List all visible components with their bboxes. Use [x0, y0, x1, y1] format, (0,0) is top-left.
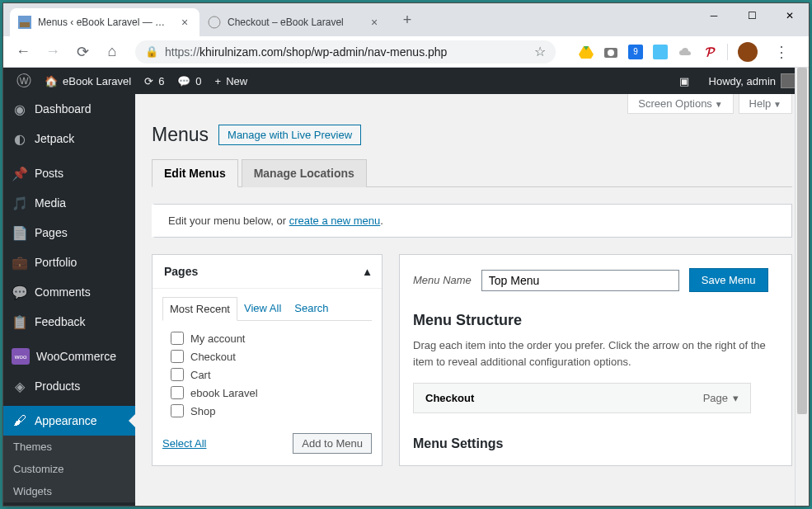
- tab-close-icon[interactable]: ×: [368, 16, 381, 29]
- sidebar-item-posts[interactable]: 📌Posts: [3, 158, 135, 188]
- page-icon: 📄: [12, 224, 28, 241]
- sidebar-item-appearance[interactable]: 🖌Appearance: [3, 406, 135, 436]
- forward-button[interactable]: →: [40, 39, 66, 65]
- comment-icon: 💬: [12, 284, 28, 300]
- list-item[interactable]: Cart: [162, 365, 372, 384]
- menu-item-handle[interactable]: Checkout Page ▾: [413, 383, 751, 413]
- separator: [727, 44, 728, 60]
- sidebar-subitem-widgets[interactable]: Widgets: [3, 480, 135, 502]
- menu-edit-panel: Menu Name Save Menu Menu Structure Drag …: [399, 254, 792, 466]
- wordpress-icon: ⓦ: [16, 71, 31, 91]
- page-checkbox[interactable]: [171, 350, 184, 363]
- chevron-down-icon[interactable]: ▾: [733, 392, 739, 404]
- sidebar-item-comments[interactable]: 💬Comments: [3, 277, 135, 307]
- scrollbar[interactable]: [795, 68, 809, 506]
- menu-settings-title: Menu Settings: [413, 436, 778, 451]
- browser-tab-active[interactable]: Menus ‹ eBook Laravel — WordP ×: [10, 8, 199, 36]
- sidebar-item-media[interactable]: 🎵Media: [3, 188, 135, 218]
- list-item[interactable]: ebook Laravel: [162, 384, 372, 402]
- sidebar-item-woocommerce[interactable]: wooWooCommerce: [3, 342, 135, 371]
- page-checkbox[interactable]: [171, 386, 184, 399]
- menu-item-title: Checkout: [425, 392, 474, 404]
- pin-icon: 📌: [12, 165, 28, 181]
- close-window-button[interactable]: ✕: [771, 3, 809, 28]
- list-item[interactable]: Shop: [162, 402, 372, 420]
- feedback-icon: 📋: [12, 313, 28, 330]
- bookmark-star-icon[interactable]: ☆: [534, 44, 546, 59]
- updates-menu[interactable]: ⟳ 6: [138, 68, 171, 94]
- updates-icon: ⟳: [144, 75, 153, 87]
- new-tab-button[interactable]: +: [396, 8, 419, 31]
- tab-manage-locations[interactable]: Manage Locations: [242, 159, 367, 187]
- tab-close-icon[interactable]: ×: [178, 16, 191, 29]
- browser-window: Menus ‹ eBook Laravel — WordP × Checkout…: [2, 2, 810, 507]
- jetpack-icon: ◐: [12, 130, 28, 147]
- sidebar-item-pages[interactable]: 📄Pages: [3, 218, 135, 247]
- camera-icon[interactable]: [603, 45, 618, 59]
- page-checkbox[interactable]: [171, 404, 184, 417]
- profile-avatar[interactable]: [738, 42, 758, 62]
- list-item[interactable]: My account: [162, 329, 372, 347]
- site-name-menu[interactable]: 🏠 eBook Laravel: [38, 68, 138, 94]
- sidebar-item-feedback[interactable]: 📋Feedback: [3, 307, 135, 337]
- sidebar-item-jetpack[interactable]: ◐Jetpack: [3, 124, 135, 153]
- page-checkbox[interactable]: [171, 368, 184, 381]
- dashboard-icon: ◉: [12, 101, 28, 117]
- notifications-menu[interactable]: ▣: [673, 75, 696, 87]
- wp-content: Screen Options Help Menus Manage with Li…: [135, 94, 809, 506]
- back-button[interactable]: ←: [10, 39, 36, 65]
- tab-search[interactable]: Search: [288, 297, 335, 321]
- manage-live-preview-button[interactable]: Manage with Live Preview: [218, 125, 361, 145]
- maximize-button[interactable]: ☐: [733, 3, 771, 28]
- new-content-menu[interactable]: + New: [209, 68, 255, 94]
- sidebar-item-dashboard[interactable]: ◉Dashboard: [3, 94, 135, 124]
- browser-tab-inactive[interactable]: Checkout – eBook Laravel ×: [199, 8, 389, 36]
- screen-options-button[interactable]: Screen Options: [627, 94, 733, 114]
- ext-icon-blue[interactable]: 9: [628, 45, 643, 59]
- page-checkbox[interactable]: [171, 332, 184, 345]
- browser-titlebar: Menus ‹ eBook Laravel — WordP × Checkout…: [3, 3, 809, 36]
- reload-button[interactable]: ⟳: [69, 39, 96, 65]
- site-name-label: eBook Laravel: [63, 75, 131, 87]
- sidebar-item-portfolio[interactable]: 💼Portfolio: [3, 247, 135, 277]
- extension-icons: 9 𝓟 ⋮: [579, 42, 802, 62]
- sidebar-item-products[interactable]: ◈Products: [3, 371, 135, 401]
- screen-meta-links: Screen Options Help: [152, 94, 792, 114]
- minimize-button[interactable]: ─: [695, 3, 733, 28]
- add-to-menu-button[interactable]: Add to Menu: [293, 433, 372, 454]
- ext-icon-lightblue[interactable]: [653, 45, 668, 59]
- wp-body: ◉Dashboard ◐Jetpack 📌Posts 🎵Media 📄Pages…: [3, 94, 809, 506]
- lock-icon: 🔒: [145, 45, 158, 58]
- tab-most-recent[interactable]: Most Recent: [162, 297, 237, 321]
- products-icon: ◈: [12, 378, 28, 394]
- sidebar-subitem-customize[interactable]: Customize: [3, 458, 135, 480]
- home-button[interactable]: ⌂: [99, 39, 125, 65]
- favicon-icon: [18, 16, 31, 29]
- tab-view-all[interactable]: View All: [237, 297, 288, 321]
- svg-rect-1: [20, 22, 30, 27]
- url-bar[interactable]: 🔒 https://khirulnizam.com/shop/wp-admin/…: [135, 40, 556, 64]
- menu-item-type: Page ▾: [703, 392, 739, 404]
- page-title: Menus: [152, 124, 209, 146]
- pages-metabox: Pages ▴ Most Recent View All Search My a…: [152, 254, 383, 466]
- browser-menu-icon[interactable]: ⋮: [767, 43, 796, 61]
- list-item[interactable]: Checkout: [162, 347, 372, 365]
- my-account-menu[interactable]: Howdy, admin: [702, 73, 802, 88]
- create-new-menu-link[interactable]: create a new menu: [289, 214, 381, 227]
- metabox-header[interactable]: Pages ▴: [153, 255, 382, 289]
- drive-icon[interactable]: [579, 45, 594, 59]
- comments-menu[interactable]: 💬 0: [171, 68, 208, 94]
- browser-tabs: Menus ‹ eBook Laravel — WordP × Checkout…: [10, 8, 695, 36]
- wp-logo-menu[interactable]: ⓦ: [10, 68, 38, 94]
- tab-edit-menus[interactable]: Edit Menus: [152, 159, 238, 187]
- scrollbar-thumb[interactable]: [797, 68, 807, 414]
- select-all-link[interactable]: Select All: [162, 437, 206, 450]
- help-button[interactable]: Help: [739, 94, 792, 114]
- ext-icon-pinterest[interactable]: 𝓟: [702, 45, 717, 59]
- save-menu-button[interactable]: Save Menu: [689, 268, 768, 292]
- ext-icon-cloud[interactable]: [678, 45, 692, 59]
- sidebar-subitem-themes[interactable]: Themes: [3, 436, 135, 458]
- tab-title: Checkout – eBook Laravel: [228, 16, 361, 28]
- bell-icon: ▣: [679, 75, 689, 87]
- menu-name-input[interactable]: [481, 270, 679, 291]
